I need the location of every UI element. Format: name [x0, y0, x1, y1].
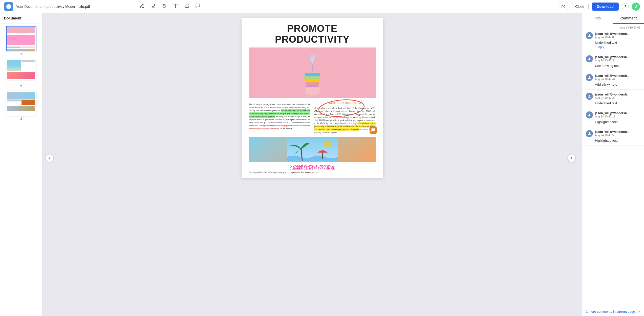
header: Your Documents › productivity Modern Lif…: [0, 0, 644, 13]
svg-rect-6: [305, 79, 319, 82]
comment-item-4: jason_will@wondersh... Aug 24 10:47:29 U…: [582, 90, 644, 108]
comment-item-5: jason_will@wondersh... Aug 24 10:47:19 H…: [582, 108, 644, 127]
comment-username-2: jason_will@wondersh...: [595, 55, 640, 59]
comment-date-2: Aug 24 10:48:34: [595, 59, 640, 62]
main-area: Document PROMOTE PRODUCTIVITY: [0, 13, 644, 316]
svg-point-16: [589, 34, 590, 36]
breadcrumb-current: productivity Modern Life.pdf: [47, 5, 90, 9]
header-actions: Close Download ? J: [559, 2, 640, 11]
top-comment-date: Aug 24 10:47:05: [582, 24, 644, 29]
comment-avatar-5: [586, 111, 593, 118]
page-num-2: 2: [20, 85, 22, 88]
svg-rect-7: [306, 82, 319, 85]
comment-text-4: Underlined text: [595, 101, 640, 105]
pdf-left-text: The oil and gas industry is one of the m…: [249, 103, 310, 130]
svg-rect-5: [304, 76, 320, 79]
download-button[interactable]: Download: [592, 3, 619, 11]
floating-comment-icon[interactable]: [370, 127, 377, 134]
comment-avatar-2: [586, 55, 593, 62]
comment-date-3: Aug 24 10:47:41: [595, 78, 640, 81]
comment-text-6: Highlighted text: [595, 139, 640, 142]
comment-header-2: jason_will@wondersh... Aug 24 10:48:34: [586, 55, 640, 62]
tab-info[interactable]: Info: [582, 13, 613, 24]
pdf-right-text: Certification is generally a back and fo…: [314, 107, 376, 134]
svg-point-10: [309, 55, 316, 58]
page-num-3: 3: [20, 117, 22, 120]
comment-meta-3: jason_will@wondersh... Aug 24 10:47:41: [595, 74, 640, 81]
comment-header-4: jason_will@wondersh... Aug 24 10:47:29: [586, 93, 640, 100]
comment-username-4: jason_will@wondersh...: [595, 93, 640, 96]
cert-label: CERTIFICATION FORM: [314, 102, 376, 104]
comments-list: Aug 24 10:47:05 jason_will@wondersh... A…: [582, 24, 644, 307]
comment-date-5: Aug 24 10:47:19: [595, 115, 640, 118]
comment-date-6: Aug 24 10:48:50: [595, 134, 640, 137]
eraser-icon[interactable]: [183, 2, 190, 11]
tab-comment[interactable]: Comment: [613, 13, 644, 24]
comment-header-1: jason_will@wondersh... Aug 24 10:47:05: [586, 32, 640, 39]
pages-list: PROMOTE PRODUCTIVITY: [0, 23, 42, 123]
prev-page-button[interactable]: [46, 154, 54, 162]
page-thumb-1[interactable]: PROMOTE PRODUCTIVITY: [3, 26, 40, 56]
open-button[interactable]: [559, 2, 568, 11]
comment-item-3: jason_will@wondersh... Aug 24 10:47:41 A…: [582, 71, 644, 90]
comment-username-3: jason_will@wondersh...: [595, 74, 640, 78]
comment-header-5: jason_will@wondersh... Aug 24 10:47:19: [586, 111, 640, 118]
comment-date-4: Aug 24 10:47:29: [595, 96, 640, 99]
panel-tabs: Info Comment: [582, 13, 644, 24]
comment-text-2: Use drawing tool: [595, 64, 640, 68]
comment-header-6: jason_will@wondersh... Aug 24 10:48:50: [586, 130, 640, 137]
comment-meta-1: jason_will@wondersh... Aug 24 10:47:05: [595, 32, 640, 39]
breadcrumb: Your Documents › productivity Modern Lif…: [16, 5, 90, 9]
svg-point-20: [589, 114, 590, 115]
toolbar: [139, 2, 201, 11]
pdf-bottom-text: Sending mail in the oil and the gas indu…: [249, 171, 376, 178]
comment-text-3: Add sticky note: [595, 83, 640, 86]
comment-item-6: jason_will@wondersh... Aug 24 10:48:50 H…: [582, 127, 644, 146]
comment-meta-5: jason_will@wondersh... Aug 24 10:47:19: [595, 111, 640, 118]
comment-username-1: jason_will@wondersh...: [595, 32, 640, 36]
pencil-icon[interactable]: [139, 2, 146, 11]
document-sidebar: Document PROMOTE PRODUCTIVITY: [0, 13, 42, 316]
page-thumb-img-1: PROMOTE PRODUCTIVITY: [6, 26, 36, 51]
right-panel: Info Comment Aug 24 10:47:05 jason_will@…: [582, 13, 644, 316]
comment-username-5: jason_will@wondersh...: [595, 111, 640, 115]
pdf-viewer[interactable]: PROMOTE PRODUCTIVITY: [42, 13, 582, 316]
comment-meta-6: jason_will@wondersh... Aug 24 10:48:50: [595, 130, 640, 137]
avatar[interactable]: J: [632, 3, 640, 11]
more-comments-text: 1 more comments in current page: [586, 310, 635, 313]
comment-text-5: Highlighted text: [595, 120, 640, 124]
svg-point-18: [589, 76, 590, 78]
strikethrough-icon[interactable]: [161, 2, 168, 11]
svg-point-17: [589, 58, 590, 59]
close-button[interactable]: Close: [571, 3, 589, 10]
help-button[interactable]: ?: [622, 3, 629, 10]
text-icon[interactable]: [172, 2, 179, 11]
underline-icon[interactable]: [150, 2, 157, 11]
comment-avatar-3: [586, 74, 593, 81]
comment-username-6: jason_will@wondersh...: [595, 130, 640, 134]
page-thumb-img-2: [6, 58, 36, 84]
svg-rect-4: [305, 73, 320, 76]
pdf-title: PROMOTE PRODUCTIVITY: [242, 18, 383, 47]
comment-header-3: jason_will@wondersh... Aug 24 10:47:41: [586, 74, 640, 81]
breadcrumb-parent[interactable]: Your Documents: [16, 5, 42, 9]
app-logo: [4, 2, 13, 11]
comment-replies-1[interactable]: 1 reply: [595, 45, 640, 49]
comment-item-1: jason_will@wondersh... Aug 24 10:47:05 U…: [582, 29, 644, 52]
comment-item-2: jason_will@wondersh... Aug 24 10:48:34 U…: [582, 52, 644, 71]
page-num-1: 1: [20, 52, 22, 56]
page-thumb-2[interactable]: 2: [3, 58, 40, 88]
comment-avatar-4: [586, 93, 593, 100]
page-thumb-3[interactable]: 3: [3, 91, 40, 120]
more-comments-link[interactable]: 1 more comments in current page: [582, 307, 644, 316]
comment-avatar-6: [586, 130, 593, 137]
comment-meta-4: jason_will@wondersh... Aug 24 10:47:29: [595, 93, 640, 99]
svg-point-19: [589, 95, 590, 96]
next-page-button[interactable]: [568, 154, 576, 162]
comment-meta-2: jason_will@wondersh... Aug 24 10:48:34: [595, 55, 640, 62]
breadcrumb-separator: ›: [44, 5, 45, 9]
comment-icon[interactable]: [194, 2, 201, 11]
sidebar-title: Document: [0, 13, 42, 23]
pdf-page: PROMOTE PRODUCTIVITY: [242, 18, 383, 178]
comment-avatar-1: [586, 32, 593, 39]
